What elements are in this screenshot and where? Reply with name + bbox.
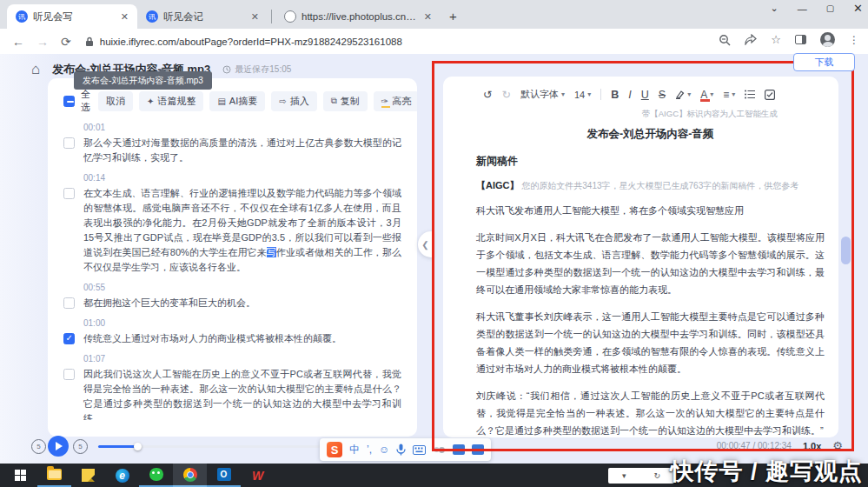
segment-checkbox[interactable] <box>63 137 75 149</box>
segment-checkbox[interactable] <box>63 297 75 309</box>
ime-extra-icon[interactable] <box>453 444 465 455</box>
download-button[interactable]: 下载 <box>793 53 855 71</box>
tab-huiji[interactable]: 讯 听见会记 ✕ <box>137 4 268 29</box>
copy-button[interactable]: ⧉复制 <box>323 91 368 111</box>
taskbar-file-explorer[interactable] <box>37 464 71 487</box>
taskbar-sticky-notes[interactable] <box>71 464 105 487</box>
redo-icon[interactable]: ↻ <box>501 88 510 101</box>
ai-summary-button[interactable]: ▤AI摘要 <box>209 91 265 111</box>
tab-close-icon[interactable]: ✕ <box>249 11 261 23</box>
rewind-5s-icon[interactable]: 5 <box>31 439 46 454</box>
taskbar-wechat[interactable] <box>139 464 173 487</box>
font-size-select[interactable]: 14▾ <box>574 90 591 100</box>
progress-track[interactable] <box>98 445 339 448</box>
url-field[interactable]: huixie.iflyrec.com/aboutPage?orderId=PHX… <box>85 37 402 47</box>
transcript-segment: 00:55 都在拥抱这个巨大的变革和巨大的机会。 <box>63 283 401 310</box>
home-icon[interactable]: ⌂ <box>31 61 40 78</box>
share-icon[interactable] <box>745 34 757 45</box>
window-menu-icon[interactable]: ⌄ <box>770 3 778 14</box>
segment-checkbox-checked[interactable] <box>63 333 75 344</box>
sparkle-icon: ✦ <box>147 97 154 106</box>
highlight-button[interactable]: ✑高亮 <box>374 91 417 111</box>
playback-speed[interactable]: 1.0x <box>803 441 821 451</box>
segment-text[interactable]: 因此我们说这次人工智能在历史上的意义不亚于PC或者互联网代替，我觉得是完全恰当的… <box>83 367 401 420</box>
align-button[interactable]: ≡▾ <box>723 89 735 101</box>
chevron-down-icon: ▾ <box>561 90 565 98</box>
taskbar-edge[interactable]: e <box>105 464 139 487</box>
underline-button[interactable]: U <box>641 89 649 101</box>
forward-icon[interactable]: → <box>36 35 49 49</box>
document-body[interactable]: 发布会-刘总开场内容-音频 新闻稿件 【AIGC】 您的原始文件共3413字，星… <box>443 127 838 437</box>
window-maximize-icon[interactable]: ▢ <box>826 3 834 13</box>
taskbar-wps[interactable]: W <box>241 464 275 487</box>
select-all-checkbox[interactable] <box>63 96 75 107</box>
collapse-panel-handle[interactable]: ❮ <box>418 231 433 257</box>
tab-photoplus[interactable]: https://live.photoplus.cn/live/ ✕ <box>275 4 441 29</box>
segment-text[interactable]: 传统意义上通过对市场对人力的商业模式将被根本性的颠覆。 <box>83 331 401 346</box>
taskbar-search-box[interactable]: ▾ ↻ <box>608 468 674 484</box>
tab-huixie[interactable]: 讯 听见会写 ✕ <box>7 4 137 29</box>
sogou-logo-icon[interactable]: S <box>327 442 342 457</box>
soft-keyboard-icon[interactable] <box>413 445 426 455</box>
normalize-button[interactable]: ✦语篇规整 <box>139 91 203 111</box>
reload-icon[interactable]: ⟳ <box>61 35 71 49</box>
select-all-label: 全选 <box>81 88 90 114</box>
transcript-segment: 00:01 那么今天通过对海量数据的高质量的清洗，通过对上亿古典参数大模型的记忆… <box>63 123 401 165</box>
transcript-segment: 01:00 传统意义上通过对市场对人力的商业模式将被根本性的颠覆。 <box>63 318 401 346</box>
segment-checkbox[interactable] <box>63 188 75 199</box>
font-family-select[interactable]: 默认字体▾ <box>520 88 565 101</box>
toolbox-icon[interactable] <box>433 445 446 455</box>
list-icon[interactable] <box>745 90 755 99</box>
italic-button[interactable]: I <box>628 89 631 101</box>
segment-checkbox[interactable] <box>63 369 75 380</box>
aigc-info-line: 【AIGC】 您的原始文件共3413字，星火大模型已生成763字的新闻稿件，供您… <box>476 179 825 192</box>
undo-icon[interactable]: ↺ <box>483 88 492 101</box>
tab-close-icon[interactable]: ✕ <box>422 11 434 23</box>
profile-avatar[interactable] <box>820 32 835 47</box>
taskbar-outlook[interactable]: O <box>207 464 241 487</box>
browser-menu-icon[interactable]: ⋮ <box>849 34 859 46</box>
segment-timestamp: 00:14 <box>83 173 401 183</box>
huixie-page: ⌂ 发布会-刘总开场内容-音频.mp3 最近保存15:05 发布会-刘总开场内容… <box>0 54 868 464</box>
document-title: 发布会-刘总开场内容-音频 <box>476 127 825 142</box>
cancel-button[interactable]: 取消 <box>98 91 133 111</box>
back-icon[interactable]: ← <box>12 35 24 49</box>
file-explorer-icon <box>47 469 62 480</box>
punctuation-icon[interactable]: ’, <box>367 444 372 456</box>
transcript-panel: 全选 取消 ✦语篇规整 ▤AI摘要 ⇨插入 ⧉复制 ✑高亮 内容导出 00:01… <box>48 78 417 437</box>
globe-favicon-icon <box>284 10 296 23</box>
progress-fill <box>98 445 138 448</box>
taskbar-chrome[interactable] <box>173 464 207 487</box>
zoom-icon[interactable] <box>719 34 731 46</box>
progress-thumb[interactable] <box>134 443 142 450</box>
window-close-icon[interactable]: ✕ <box>853 2 863 15</box>
segment-text[interactable]: 都在拥抱这个巨大的变革和巨大的机会。 <box>83 296 401 310</box>
ime-extra-icon[interactable] <box>472 444 484 455</box>
scrollbar-thumb[interactable] <box>841 237 851 264</box>
voice-input-icon[interactable] <box>396 444 406 456</box>
emoji-icon[interactable]: ☺ <box>379 444 389 456</box>
task-checkbox-icon[interactable] <box>765 90 775 100</box>
bold-button[interactable]: B <box>611 89 619 101</box>
strikethrough-button[interactable]: S <box>659 89 666 101</box>
window-minimize-icon[interactable]: — <box>798 3 807 14</box>
tab-close-icon[interactable]: ✕ <box>119 11 130 23</box>
outlook-icon: O <box>217 468 231 481</box>
font-color-button[interactable]: A▾ <box>700 89 713 101</box>
transcript-list: 00:01 那么今天通过对海量数据的高质量的清洗，通过对上亿古典参数大模型的记忆… <box>48 114 417 420</box>
insert-button[interactable]: ⇨插入 <box>271 91 316 111</box>
gear-icon[interactable]: ⚙ <box>832 439 843 452</box>
bookmark-star-icon[interactable]: ☆ <box>771 33 781 46</box>
segment-text[interactable]: 在文本生成、语言理解、行业的逻辑推理以及数学能力代码能力等多个领域的智慧体现。感… <box>83 186 401 275</box>
play-button[interactable] <box>48 436 69 457</box>
chinese-mode-icon[interactable]: 中 <box>349 443 360 457</box>
wps-icon: W <box>252 469 263 483</box>
side-panel-icon[interactable] <box>795 35 806 44</box>
editor-toolbar: ↺ ↻ 默认字体▾ 14▾ B I U S ▾ A▾ ≡▾ <box>443 77 838 101</box>
highlight-color-button[interactable]: ▾ <box>675 90 691 99</box>
start-button[interactable] <box>3 464 37 487</box>
new-tab-button[interactable]: + <box>449 9 457 23</box>
segment-text[interactable]: 那么今天通过对海量数据的高质量的清洗，通过对上亿古典参数大模型的记忆学习和训练，… <box>83 136 401 165</box>
forward-5s-icon[interactable]: 5 <box>73 439 88 454</box>
aigc-disclaimer: 带【AIGC】标识内容为人工智能生成 <box>443 109 838 120</box>
